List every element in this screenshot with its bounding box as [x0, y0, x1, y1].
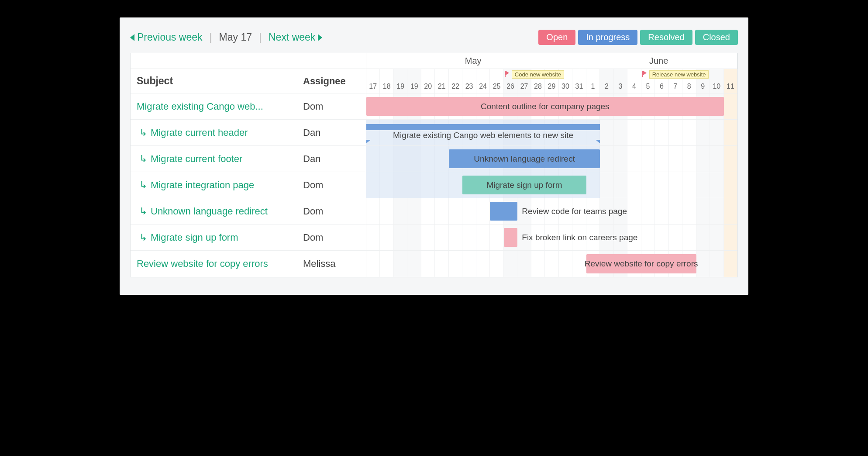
- timeline-cell: [614, 172, 627, 198]
- day-header-cell: 18: [380, 69, 393, 93]
- next-week-label: Next week: [269, 31, 315, 43]
- task-row: ↳Migrate integration pageDomMigrate sign…: [131, 172, 737, 198]
- separator: |: [259, 31, 262, 43]
- timeline-cell: [696, 225, 710, 250]
- milestone-label: Code new website: [512, 70, 564, 79]
- week-nav: Previous week | May 17 | Next week: [130, 31, 322, 43]
- timeline-cell: [641, 225, 655, 250]
- legend-chip-resolved[interactable]: Resolved: [640, 30, 692, 45]
- day-header-cell: 26Code new website: [504, 69, 517, 93]
- timeline-cell: [655, 120, 668, 145]
- timeline-cell: [641, 198, 655, 224]
- task-subject-link[interactable]: Migrate current header: [151, 127, 303, 138]
- gantt-bar[interactable]: Migrate existing Cango web elements to n…: [366, 124, 600, 140]
- timeline-cell: [380, 225, 393, 250]
- gantt-bar[interactable]: Review website for copy errors: [586, 254, 696, 273]
- task-row: Migrate existing Cango web...DomContent …: [131, 93, 737, 120]
- timeline-cell: [449, 251, 462, 277]
- timeline-cell: [724, 93, 737, 119]
- timeline-cell: [394, 225, 407, 250]
- timeline-cell: [600, 172, 613, 198]
- task-subject-link[interactable]: Unknown language redirect: [151, 206, 303, 217]
- legend-chip-closed[interactable]: Closed: [695, 30, 738, 45]
- day-header-cell: 17: [366, 69, 380, 93]
- timeline-cell: [407, 251, 421, 277]
- gantt-bar[interactable]: Content outline for company pages: [366, 97, 724, 116]
- gantt-chart: MayJuneSubjectAssignee171819192021222324…: [130, 53, 738, 277]
- timeline-cell: [462, 198, 476, 224]
- task-row: ↳Migrate sign up formDomFix broken link …: [131, 225, 737, 251]
- gantt-bar-label: Fix broken link on careers page: [522, 233, 637, 242]
- legend-chip-in-progress[interactable]: In progress: [578, 30, 637, 45]
- day-header-cell: 22: [449, 69, 462, 93]
- timeline-cell: [724, 225, 737, 250]
- legend-chip-open[interactable]: Open: [538, 30, 575, 45]
- gantt-bar-label: Unknown language redirect: [474, 154, 575, 164]
- gantt-bar-label: Review code for teams page: [522, 207, 627, 216]
- task-side: Migrate existing Cango web...Dom: [131, 93, 366, 119]
- gantt-bar[interactable]: Migrate sign up form: [462, 176, 586, 194]
- timeline-cell: [710, 120, 723, 145]
- timeline-cell: [696, 251, 710, 277]
- timeline-cell: [696, 198, 710, 224]
- timeline-cell: [476, 225, 490, 250]
- timeline-cell: [449, 198, 462, 224]
- timeline-cell: [627, 120, 641, 145]
- column-headers: SubjectAssignee: [131, 69, 366, 93]
- timeline-cell: [669, 172, 682, 198]
- gantt-bar[interactable]: Unknown language redirect: [449, 149, 600, 168]
- task-row: ↳Migrate current footerDanUnknown langua…: [131, 146, 737, 172]
- gantt-bar-label: Migrate sign up form: [486, 180, 562, 190]
- timeline-cell: [435, 251, 448, 277]
- timeline-cell: [394, 198, 407, 224]
- timeline-cell: [462, 225, 476, 250]
- timeline-cell: [435, 198, 448, 224]
- task-assignee: Dan: [303, 153, 360, 165]
- timeline-cell: [407, 198, 421, 224]
- timeline-cell: [724, 198, 737, 224]
- flag-icon: [642, 71, 648, 77]
- timeline-cell: [724, 120, 737, 145]
- timeline-cell: [421, 251, 435, 277]
- timeline-cell: [531, 251, 545, 277]
- timeline-cell: [559, 251, 572, 277]
- timeline-cell: [421, 198, 435, 224]
- timeline-cell: [669, 146, 682, 172]
- timeline-cell: [724, 146, 737, 172]
- day-header-cell: 1: [586, 69, 600, 93]
- task-row: Review website for copy errorsMelissaRev…: [131, 251, 737, 277]
- timeline-cell: [641, 172, 655, 198]
- task-side: ↳Migrate integration pageDom: [131, 172, 366, 198]
- timeline-cell: [545, 251, 558, 277]
- task-subject-link[interactable]: Migrate integration page: [151, 180, 303, 191]
- next-week-link[interactable]: Next week: [269, 31, 322, 43]
- timeline-cell: [641, 146, 655, 172]
- chevron-right-icon: [318, 34, 322, 41]
- gantt-bar[interactable]: Fix broken link on careers page: [504, 228, 517, 247]
- month-label: May: [366, 53, 580, 69]
- timeline-cell: [710, 198, 723, 224]
- timeline-cell: [517, 251, 531, 277]
- prev-week-link[interactable]: Previous week: [130, 31, 203, 43]
- day-header-cell: 21: [435, 69, 448, 93]
- task-subject-link[interactable]: Migrate current footer: [151, 153, 303, 165]
- day-header-cell: 20: [421, 69, 435, 93]
- task-subject-link[interactable]: Migrate sign up form: [151, 232, 303, 243]
- task-subject-link[interactable]: Review website for copy errors: [137, 258, 303, 269]
- timeline-cell: [366, 225, 380, 250]
- child-indent-icon: ↳: [139, 153, 147, 165]
- day-header-row: SubjectAssignee1718191920212223242526Cod…: [131, 69, 737, 93]
- task-assignee: Dom: [303, 180, 360, 191]
- timeline-cell: [476, 198, 490, 224]
- timeline-cell: [627, 198, 641, 224]
- task-subject-link[interactable]: Migrate existing Cango web...: [137, 101, 303, 112]
- timeline-cell: [490, 225, 503, 250]
- timeline-cell: [600, 146, 613, 172]
- timeline-cell: [435, 225, 448, 250]
- timeline-cell: [682, 198, 696, 224]
- timeline-cell: [696, 172, 710, 198]
- task-side: ↳Migrate sign up formDom: [131, 225, 366, 250]
- timeline-cell: [394, 251, 407, 277]
- day-header-cell: 2: [600, 69, 613, 93]
- gantt-bar[interactable]: Review code for teams page: [490, 202, 517, 221]
